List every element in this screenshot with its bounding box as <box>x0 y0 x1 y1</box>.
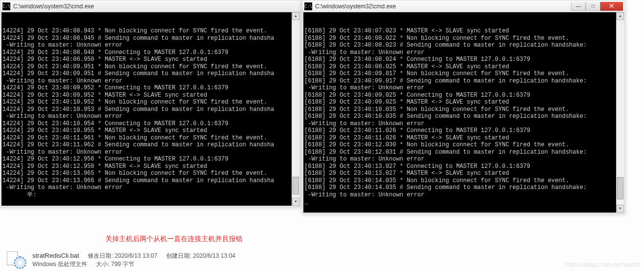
cmd-window-left: C:\ C:\windows\system32\cmd.exe 14224] 2… <box>0 0 301 207</box>
terminal-line: 14224] 29 Oct 23:40:09.952 * Connecting … <box>2 84 299 92</box>
file-meta: stratRedisCli.bat 修改日期: 2020/6/13 13:07 … <box>32 252 235 269</box>
terminal-line: [6188] 29 Oct 23:40:09.017 # Sending com… <box>304 78 624 85</box>
terminal-line: [6188] 29 Oct 23:40:11.026 * Connecting … <box>304 127 624 135</box>
terminal-line: 14224] 29 Oct 23:40:10.955 * MASTER <-> … <box>2 127 299 135</box>
titlebar-left[interactable]: C:\ C:\windows\system32\cmd.exe <box>0 0 300 12</box>
terminal-line: [6188] 29 Oct 23:40:12.030 * Non blockin… <box>304 141 624 149</box>
create-label: 创建日期: <box>166 252 191 259</box>
terminal-line: 14224] 29 Oct 23:40:08.943 * Non blockin… <box>2 27 299 35</box>
annotation-text: 关掉主机后两个从机一直在连接主机并且报错 <box>105 235 243 244</box>
scroll-down-button[interactable]: ▼ <box>292 198 299 206</box>
file-type: Windows 批处理文件 <box>32 260 87 269</box>
terminal-line: [6188] 29 Oct 23:40:09.017 * Non blockin… <box>304 70 624 78</box>
terminal-line: [6188] 29 Oct 23:40:08.023 # Sending com… <box>304 42 624 49</box>
scroll-down-button[interactable]: ▼ <box>617 205 624 213</box>
terminal-line: -Writing to master: Unknown error <box>304 84 624 92</box>
terminal-line: [6188] 29 Oct 23:40:10.035 # Sending com… <box>304 113 624 120</box>
terminal-line: -Writing to master: Unknown error <box>304 156 624 163</box>
terminal-line: 14224] 29 Oct 23:40:12.956 * Connecting … <box>2 156 299 163</box>
scroll-thumb[interactable] <box>293 177 299 194</box>
terminal-line: -Writing to master: Unknown error <box>2 42 299 49</box>
terminal-line: [6188] 29 Oct 23:40:08.024 * Connecting … <box>304 56 624 63</box>
bat-file-icon <box>5 251 26 269</box>
terminal-line: -Writing to master: Unknown error <box>2 78 299 85</box>
minimize-button[interactable]: — <box>571 2 586 11</box>
scrollbar[interactable]: ▲ ▼ <box>292 12 299 206</box>
terminal-line: 14224] 29 Oct 23:40:11.962 # Sending com… <box>2 141 299 149</box>
file-details-pane: stratRedisCli.bat 修改日期: 2020/6/13 13:07 … <box>5 251 235 269</box>
scroll-thumb[interactable] <box>617 177 623 199</box>
terminal-line: 14224] 29 Oct 23:40:09.951 * Non blockin… <box>2 63 299 71</box>
terminal-line: 14224] 29 Oct 23:40:12.958 * MASTER <-> … <box>2 163 299 170</box>
terminal-line: 14224] 29 Oct 23:40:09.951 # Sending com… <box>2 70 299 78</box>
close-button[interactable]: ✕ <box>600 2 623 11</box>
terminal-line: 半: <box>2 191 299 199</box>
cmd-window-right: C:\ C:\windows\system32\cmd.exe — □ ✕ [6… <box>302 0 625 214</box>
titlebar-right[interactable]: C:\ C:\windows\system32\cmd.exe — □ ✕ <box>302 0 625 12</box>
window-title: C:\windows\system32\cmd.exe <box>315 3 571 10</box>
window-controls: — □ ✕ <box>571 2 623 11</box>
scroll-track[interactable] <box>617 20 624 205</box>
terminal-lines-right: [6188] 29 Oct 23:40:07.023 * MASTER <-> … <box>304 27 624 206</box>
maximize-button[interactable]: □ <box>586 2 600 11</box>
terminal-line: 14224] 29 Oct 23:40:10.954 * Connecting … <box>2 120 299 128</box>
size-value: 799 字节 <box>111 261 134 268</box>
terminal-line: 14224] 29 Oct 23:40:11.961 * Non blockin… <box>2 135 299 142</box>
terminal-line: [6188] 29 Oct 23:40:09.025 * MASTER <-> … <box>304 99 624 106</box>
terminal-line: [6188] 29 Oct 23:40:08.025 * MASTER <-> … <box>304 63 624 71</box>
terminal-line: [6188] 29 Oct 23:40:09.025 * Connecting … <box>304 92 624 99</box>
terminal-line: 14224] 29 Oct 23:40:08.948 * Connecting … <box>2 49 299 56</box>
terminal-output-right: [6188] 29 Oct 23:40:07.023 * MASTER <-> … <box>302 12 625 214</box>
terminal-line: 14224] 29 Oct 23:40:10.952 * Non blockin… <box>2 99 299 106</box>
terminal-line: 14224] 29 Oct 23:40:13.965 * Non blockin… <box>2 170 299 177</box>
terminal-line: _ <box>304 198 624 206</box>
scroll-up-button[interactable]: ▲ <box>292 12 299 20</box>
terminal-line: -Writing to master: Unknown error <box>304 120 624 128</box>
terminal-line: [6188] 29 Oct 23:40:07.023 * MASTER <-> … <box>304 27 624 35</box>
scroll-up-button[interactable]: ▲ <box>617 12 624 20</box>
terminal-line: 14224] 29 Oct 23:40:13.966 # Sending com… <box>2 177 299 185</box>
terminal-line: [6188] 29 Oct 23:40:12.031 # Sending com… <box>304 149 624 156</box>
modify-label: 修改日期: <box>88 252 113 259</box>
scroll-track[interactable] <box>292 20 299 198</box>
terminal-line: [6188] 29 Oct 23:40:13.027 * MASTER <-> … <box>304 170 624 177</box>
terminal-line: 14224] 29 Oct 23:40:09.952 * MASTER <-> … <box>2 92 299 99</box>
cmd-icon: C:\ <box>2 2 10 10</box>
window-title: C:\windows\system32\cmd.exe <box>13 3 298 10</box>
watermark: https://blog.csdn.net/wonlb <box>565 261 640 268</box>
file-name: stratRedisCli.bat <box>32 252 79 260</box>
terminal-line: 14224] 29 Oct 23:40:10.953 # Sending com… <box>2 106 299 113</box>
terminal-line: -Writing to master: Unknown error <box>304 49 624 56</box>
terminal-line: -Writing to master: Unknown error <box>2 113 299 120</box>
terminal-output-left: 14224] 29 Oct 23:40:08.943 * Non blockin… <box>0 12 300 207</box>
terminal-line: [6188] 29 Oct 23:40:13.027 * Connecting … <box>304 163 624 170</box>
modify-value: 2020/6/13 13:07 <box>115 252 157 259</box>
terminal-line: [6188] 29 Oct 23:40:10.035 * Non blockin… <box>304 106 624 113</box>
terminal-line: [6188] 29 Oct 23:40:08.022 * Non blockin… <box>304 35 624 42</box>
terminal-line: -Writing to master: Unknown error <box>304 191 624 199</box>
size-label: 大小: <box>96 261 109 268</box>
terminal-line: [6188] 29 Oct 23:40:11.026 * MASTER <-> … <box>304 135 624 142</box>
cmd-icon: C:\ <box>304 2 312 10</box>
create-value: 2020/6/13 13:04 <box>193 252 236 259</box>
terminal-line: -Writing to master: Unknown error <box>2 184 299 191</box>
terminal-line: 14224] 29 Oct 23:40:08.945 # Sending com… <box>2 35 299 42</box>
terminal-line: -Writing to master: Unknown error <box>2 149 299 156</box>
scrollbar[interactable]: ▲ ▼ <box>616 12 624 213</box>
terminal-line: 14224] 29 Oct 23:40:08.950 * MASTER <-> … <box>2 56 299 63</box>
terminal-lines-left: 14224] 29 Oct 23:40:08.943 * Non blockin… <box>2 27 299 198</box>
terminal-line: [6188] 29 Oct 23:40:14.035 # Sending com… <box>304 184 624 191</box>
terminal-line: [6188] 29 Oct 23:40:14.035 * Non blockin… <box>304 177 624 185</box>
